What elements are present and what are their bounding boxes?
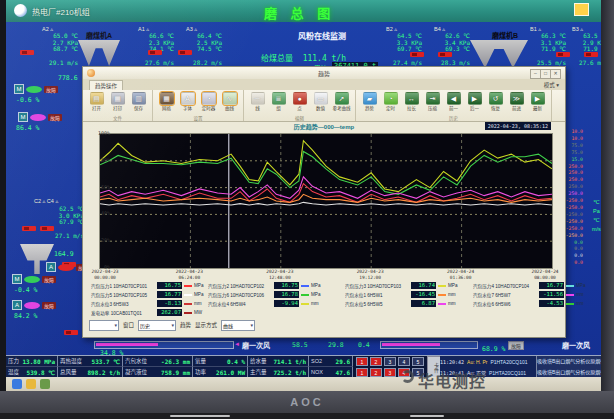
定时器-button[interactable]: ◔定时器 [199, 92, 218, 111]
toolbar-button-label: 网格 [157, 105, 176, 111]
legend-pen-value[interactable]: 16.75 [157, 282, 182, 289]
前进-button[interactable]: ≫前进 [507, 92, 526, 111]
alarm-time: 11:20:42 [440, 359, 464, 365]
toolbar-button-label: 参考曲线 [332, 105, 351, 111]
趋势-button[interactable]: ▰趋势 [360, 92, 379, 111]
legend-pen-label: 汽包水位4 6H5W4 [208, 301, 272, 307]
legend-pen-value[interactable]: -4.53 [539, 300, 564, 307]
legend-color-dash [301, 294, 309, 296]
恢复-button[interactable]: ↺恢复 [486, 92, 505, 111]
曲线-button[interactable]: ∿曲线 [220, 92, 239, 111]
pen-scale-value: 250.0 [553, 184, 583, 191]
alarm-square-2[interactable]: 2 [370, 368, 382, 377]
valve-state-indicator [178, 50, 192, 55]
alarm-square-4[interactable]: 4 [398, 357, 410, 366]
font-icon: A [181, 92, 195, 105]
status-cell-1: 再热温度533.7 ℃ [58, 356, 123, 367]
打印-button[interactable]: ▦打印 [108, 92, 127, 111]
压缩-button[interactable]: ⇥压缩 [423, 92, 442, 111]
alarm-square-3[interactable]: 3 [384, 357, 396, 366]
mill-a-label: 磨煤机A [86, 30, 112, 40]
打开-button[interactable]: ▤打开 [87, 92, 106, 111]
air-speed-value: 25.5 m/s [530, 59, 566, 66]
air-value-1: 58.5 [292, 341, 308, 349]
保存-button[interactable]: ▥保存 [129, 92, 148, 111]
valve-state-indicator [410, 52, 424, 57]
status-value: 13.80 MPa [22, 358, 55, 365]
legend-pen-value[interactable]: -9.94 [274, 300, 299, 307]
status-label: 给水量 [250, 357, 267, 365]
status-bar: 压力13.80 MPa再热温度533.7 ℃汽包水位-26.3 mm氧量0.4 … [6, 355, 601, 377]
alarm-square-1[interactable]: 1 [356, 368, 368, 377]
windows-taskbar[interactable] [6, 377, 601, 391]
字体-button[interactable]: A字体 [178, 92, 197, 111]
alarm-square-2[interactable]: 2 [370, 357, 382, 366]
valve-state-indicator [64, 330, 78, 335]
legend-pen-unit: mm [448, 292, 456, 297]
线-button[interactable]: ─线 [248, 92, 267, 111]
alarm-square-1[interactable]: 1 [356, 357, 368, 366]
status-cell-5: NOX47.6 [309, 367, 353, 377]
pen-scale-value: 10.0 [553, 136, 583, 143]
点-button[interactable]: ●点 [290, 92, 309, 111]
legend-pen-value[interactable]: 16.74 [411, 282, 436, 289]
网格-button[interactable]: ▦网格 [157, 92, 176, 111]
trend-plot-area[interactable] [99, 133, 553, 269]
axis-units-column: ℃ Pa ℃ m/s [592, 198, 601, 234]
mode-dropdown[interactable]: 模式 ▾ [544, 81, 559, 89]
fault-label: 故障 [42, 276, 56, 283]
taskbar-icon[interactable] [26, 379, 36, 389]
primary-air-slider-right[interactable] [380, 341, 478, 349]
legend-row: 汽包水位5 6H5W56.87mm [345, 299, 475, 308]
status-value: 758.9 mm [161, 369, 190, 376]
taskbar-icon[interactable] [40, 379, 50, 389]
legend-pen-value[interactable]: 16.75 [274, 282, 299, 289]
legend-pen-value[interactable]: 262.07 [157, 309, 182, 316]
x-tick-label: 2022-04-2300:00:00 [83, 269, 127, 280]
mill-a-shape[interactable] [78, 40, 120, 66]
weight-value: 164.9 [54, 250, 74, 258]
toolbar-button-label: 点 [290, 105, 309, 111]
status-cell-4: 主汽量725.2 t/h [248, 367, 309, 377]
legend-pen-label: 汽包压力4 10HAD70CP104 [473, 283, 537, 289]
参考曲线-button[interactable]: ↗参考曲线 [332, 92, 351, 111]
status-cell-4: 给水量714.1 t/h [248, 356, 309, 367]
legend-pen-unit: mm [448, 301, 456, 306]
前一-button[interactable]: ◀前一 [444, 92, 463, 111]
定时-button[interactable]: ◔定时 [381, 92, 400, 111]
window-title: 趋势 [83, 69, 565, 78]
window-titlebar[interactable]: 趋势 – □ ✕ [83, 67, 565, 79]
legend-pen-value[interactable]: 16.77 [539, 282, 564, 289]
legend-color-dash [438, 294, 446, 296]
history-combo[interactable]: 历史▾ [138, 320, 176, 331]
legend-pen-value[interactable]: 6.87 [411, 300, 436, 307]
display-mode-combo[interactable]: 曲线▾ [221, 320, 255, 331]
pen-combo[interactable]: ▾ [89, 320, 119, 331]
最新-button[interactable]: ▶最新 [528, 92, 547, 111]
primary-air-label-right: 磨一次风 [562, 340, 590, 350]
pen-scale-value: 0.0 [553, 260, 583, 267]
alarm-flag-icon[interactable] [574, 3, 589, 16]
close-button[interactable]: ✕ [550, 69, 561, 79]
legend-pen-value[interactable]: -16.45 [411, 291, 436, 298]
monitor-brand-logo: AOC [0, 396, 614, 408]
primary-air-slider-left[interactable]: ◄ [94, 341, 234, 349]
taskbar-icon[interactable] [12, 379, 22, 389]
trend-window: 趋势 – □ ✕ 趋势操作 模式 ▾ ▤打开▦打印▥保存文件▦网格A字体◔定时器… [82, 66, 566, 338]
alarm-square-5[interactable]: 5 [412, 357, 424, 366]
legend-pen-value[interactable]: 16.77 [157, 291, 182, 298]
fault-label: 故障 [48, 114, 62, 121]
status-value: 539.8 ℃ [27, 369, 55, 376]
legend-pen-value[interactable]: 16.78 [274, 291, 299, 298]
toolbar-button-label: 前一 [444, 105, 463, 111]
legend-pen-value[interactable]: -11.56 [539, 291, 564, 298]
sensor-value: 67.9 ℃ [48, 219, 84, 226]
组-button[interactable]: ≣组 [269, 92, 288, 111]
拉长-button[interactable]: ↔拉长 [402, 92, 421, 111]
legend-pen-value[interactable]: -8.13 [157, 300, 182, 307]
valve-state-indicator [438, 52, 452, 57]
alarm-square-3[interactable]: 3 [384, 368, 396, 377]
mill-b-shape[interactable] [470, 40, 528, 68]
数值-button[interactable]: ▭数值 [311, 92, 330, 111]
后一-button[interactable]: ▶后一 [465, 92, 484, 111]
